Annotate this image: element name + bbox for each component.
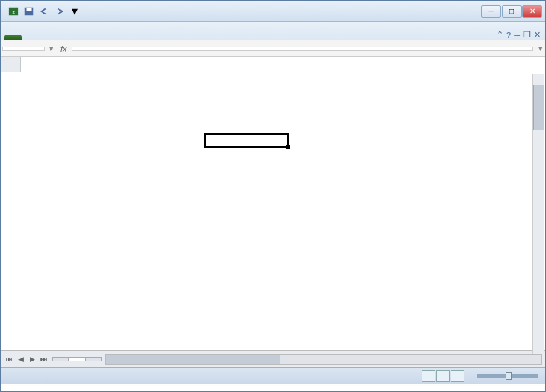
tab-layout[interactable] bbox=[43, 35, 53, 40]
wnd-restore-icon[interactable]: ❐ bbox=[523, 30, 531, 40]
sheet-nav: ⏮ ◀ ▶ ⏭ bbox=[1, 354, 52, 365]
redo-icon[interactable] bbox=[53, 5, 66, 18]
tab-review[interactable] bbox=[71, 35, 80, 40]
name-box[interactable] bbox=[2, 47, 45, 51]
tab-formulas[interactable] bbox=[53, 35, 62, 40]
zoom-controls bbox=[471, 374, 541, 378]
tab-addins[interactable] bbox=[98, 35, 108, 40]
svg-rect-3 bbox=[27, 8, 32, 11]
save-icon[interactable] bbox=[22, 5, 36, 18]
sheet-prev-icon[interactable]: ◀ bbox=[15, 354, 26, 365]
horizontal-scrollbar[interactable] bbox=[105, 354, 542, 365]
tab-home[interactable] bbox=[25, 35, 34, 40]
minimize-button[interactable]: ─ bbox=[481, 5, 501, 18]
sheet-next-icon[interactable]: ▶ bbox=[27, 354, 37, 365]
qat-dropdown-icon[interactable]: ▾ bbox=[68, 5, 82, 18]
vertical-scrollbar[interactable] bbox=[532, 74, 544, 359]
zoom-slider[interactable] bbox=[477, 374, 538, 378]
column-headers bbox=[21, 57, 545, 72]
close-button[interactable]: ✕ bbox=[522, 5, 542, 18]
window-buttons: ─ □ ✕ bbox=[481, 5, 542, 18]
tab-view[interactable] bbox=[80, 35, 89, 40]
status-bar bbox=[1, 367, 545, 384]
sheet-tabs-bar: ⏮ ◀ ▶ ⏭ bbox=[1, 350, 545, 367]
zoom-thumb[interactable] bbox=[506, 372, 512, 380]
formula-bar: ▾ fx ▾ bbox=[1, 40, 545, 57]
active-cell-indicator bbox=[204, 133, 289, 148]
tab-data[interactable] bbox=[62, 35, 71, 40]
file-tab[interactable] bbox=[4, 35, 22, 40]
normal-view-button[interactable] bbox=[422, 370, 435, 382]
cells-area[interactable] bbox=[21, 72, 545, 350]
wnd-close-icon[interactable]: ✕ bbox=[534, 30, 541, 40]
formula-input[interactable] bbox=[72, 47, 533, 51]
quick-access-toolbar: X ▾ bbox=[7, 5, 82, 18]
name-box-dropdown-icon[interactable]: ▾ bbox=[47, 43, 56, 53]
page-break-view-button[interactable] bbox=[451, 370, 464, 382]
svg-text:X: X bbox=[11, 8, 16, 15]
titlebar: X ▾ ─ □ ✕ bbox=[1, 1, 545, 22]
row-headers bbox=[1, 57, 21, 350]
sheet-tab-2[interactable] bbox=[69, 357, 85, 361]
page-layout-view-button[interactable] bbox=[436, 370, 450, 382]
maximize-button[interactable]: □ bbox=[502, 5, 522, 18]
wnd-min-icon[interactable]: ─ bbox=[514, 31, 520, 40]
excel-icon[interactable]: X bbox=[7, 5, 21, 18]
undo-icon[interactable] bbox=[37, 5, 51, 18]
fx-icon[interactable]: fx bbox=[56, 44, 72, 53]
ribbon-tabs: ⌃ ? ─ ❐ ✕ bbox=[1, 22, 545, 40]
hscroll-thumb[interactable] bbox=[106, 355, 280, 364]
ribbon-minimize-icon[interactable]: ⌃ bbox=[496, 30, 503, 40]
select-all-corner[interactable] bbox=[1, 57, 21, 72]
vscroll-thumb[interactable] bbox=[533, 85, 544, 130]
formula-expand-icon[interactable]: ▾ bbox=[536, 43, 545, 53]
tab-developer[interactable] bbox=[89, 35, 98, 40]
sheet-tab-3[interactable] bbox=[85, 357, 102, 361]
sheet-last-icon[interactable]: ⏭ bbox=[38, 354, 49, 365]
tab-insert[interactable] bbox=[34, 35, 43, 40]
spreadsheet-grid bbox=[1, 57, 545, 350]
sheet-tab-1[interactable] bbox=[52, 357, 69, 361]
view-buttons bbox=[422, 370, 464, 382]
help-icon[interactable]: ? bbox=[506, 31, 511, 40]
sheet-first-icon[interactable]: ⏮ bbox=[4, 354, 14, 365]
